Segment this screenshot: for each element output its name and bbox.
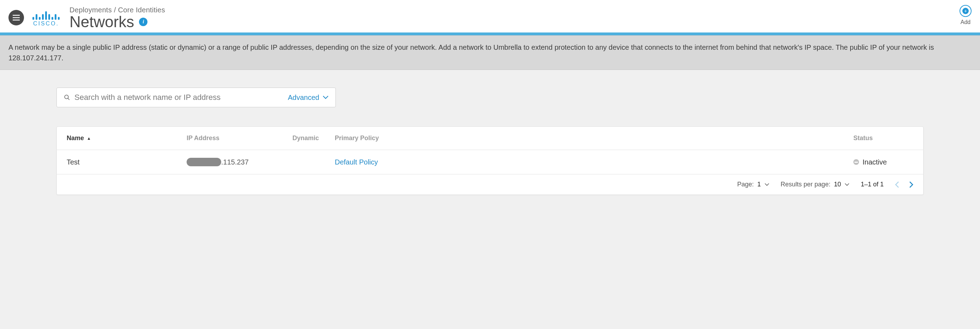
status-inactive-icon	[853, 159, 859, 165]
svg-line-4	[68, 98, 70, 100]
page-title: Networks	[70, 14, 134, 30]
search-input[interactable]	[75, 93, 288, 102]
add-button[interactable]: + Add	[959, 5, 972, 26]
page-selector[interactable]: Page: 1	[737, 181, 769, 188]
top-bar: CISCO. Deployments / Core Identities Net…	[0, 0, 980, 32]
plus-icon: +	[963, 8, 969, 14]
svg-point-3	[65, 95, 68, 99]
networks-table: Name ▲ IP Address Dynamic Primary Policy…	[56, 126, 924, 195]
chevron-down-icon	[323, 96, 328, 99]
column-header-ip[interactable]: IP Address	[187, 134, 293, 142]
menu-icon[interactable]	[8, 10, 24, 26]
advanced-toggle[interactable]: Advanced	[288, 94, 328, 102]
cell-ip: .115.237	[187, 158, 293, 166]
cisco-logo: CISCO.	[32, 8, 60, 27]
column-header-dynamic[interactable]: Dynamic	[293, 134, 335, 142]
sort-asc-icon: ▲	[87, 136, 91, 141]
results-per-page-selector[interactable]: Results per page: 10	[781, 181, 850, 188]
column-header-policy[interactable]: Primary Policy	[335, 134, 853, 142]
table-footer: Page: 1 Results per page: 10 1–1 of 1	[57, 174, 923, 195]
accent-bar	[0, 32, 980, 35]
svg-rect-1	[13, 17, 20, 18]
pagination-range: 1–1 of 1	[861, 181, 884, 188]
svg-rect-2	[13, 20, 20, 21]
info-banner: A network may be a single public IP addr…	[0, 35, 980, 70]
svg-rect-0	[13, 15, 20, 16]
next-page-button[interactable]	[909, 181, 913, 188]
policy-link[interactable]: Default Policy	[335, 158, 378, 166]
cell-status: Inactive	[853, 158, 913, 166]
ip-suffix: .115.237	[221, 158, 249, 166]
add-label: Add	[961, 19, 970, 26]
table-row[interactable]: Test .115.237 Default Policy Inactive	[57, 150, 923, 174]
search-icon	[64, 94, 70, 101]
column-header-name[interactable]: Name ▲	[67, 134, 187, 142]
ip-redacted-mask	[187, 158, 221, 166]
search-row: Advanced	[56, 88, 336, 107]
status-text: Inactive	[862, 158, 887, 166]
chevron-down-icon	[845, 183, 850, 186]
table-header-row: Name ▲ IP Address Dynamic Primary Policy…	[57, 127, 923, 150]
cell-name: Test	[67, 158, 187, 166]
info-icon[interactable]: i	[139, 18, 148, 26]
chevron-down-icon	[764, 183, 769, 186]
advanced-label: Advanced	[288, 94, 319, 102]
prev-page-button[interactable]	[895, 181, 899, 188]
column-header-status[interactable]: Status	[853, 134, 913, 142]
